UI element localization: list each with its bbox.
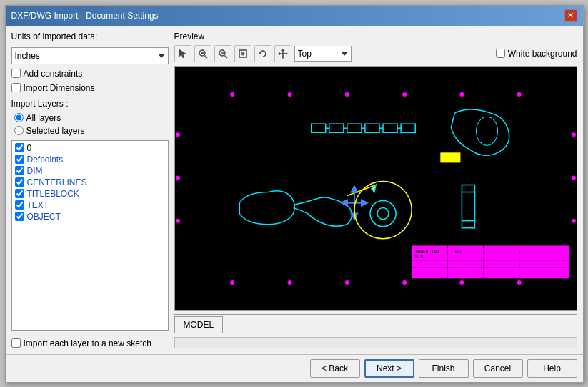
svg-line-6 [224,55,227,58]
svg-point-23 [402,92,407,97]
layer-object-name: OBJECT [27,212,61,222]
svg-rect-50 [440,152,460,162]
white-background-checkbox[interactable] [496,49,505,58]
layer-dim-checkbox[interactable] [15,166,24,175]
import-dimensions-checkbox[interactable] [11,83,21,92]
back-button[interactable]: < Back [310,359,360,378]
import-sketch-row: Import each layer to a new sketch [11,335,169,348]
layer-centerlines-name: CENTERLINES [27,177,87,187]
layer-object-checkbox[interactable] [15,212,24,221]
list-item: CENTERLINES [14,177,166,188]
model-tab[interactable]: MODEL [174,316,224,333]
help-button[interactable]: Help [527,359,577,378]
svg-point-21 [287,92,291,97]
next-button[interactable]: Next > [364,359,414,378]
rotate-button[interactable] [254,45,271,62]
layer-text-name: TEXT [27,200,49,210]
dialog-title: DXF/DWG Import - Document Settings [11,11,159,21]
svg-marker-0 [179,49,186,58]
preview-canvas: POWER JAW DIM REV [174,66,577,311]
right-panel: Preview [174,31,577,348]
svg-point-32 [176,132,180,137]
all-layers-label: All layers [26,113,61,123]
svg-line-2 [204,55,207,58]
svg-point-28 [344,280,349,284]
svg-point-35 [571,132,575,137]
svg-point-25 [517,92,521,97]
layer-0-checkbox[interactable] [15,143,24,152]
svg-text:DIM: DIM [415,253,423,258]
layer-text-checkbox[interactable] [15,200,24,210]
svg-point-33 [176,175,180,180]
svg-marker-12 [259,52,261,54]
list-item: TITLEBLOCK [14,188,166,200]
list-item: DIM [14,165,166,177]
import-sketch-label: Import each layer to a new sketch [24,338,151,348]
units-label: Units of imported data: [11,31,169,41]
layer-titleblock-checkbox[interactable] [15,189,24,198]
import-layers-label: Import Layers : [11,99,169,109]
model-tab-bar: MODEL [174,314,577,333]
import-dimensions-label: Import Dimensions [24,83,95,93]
add-constraints-row: Add constraints [11,69,169,79]
svg-point-26 [230,280,234,284]
svg-text:POWER JAW: POWER JAW [415,248,439,253]
layers-list: 0 Defpoints DIM CENTERLINES TITLEBLOCK [11,140,169,331]
svg-point-20 [230,92,234,97]
layer-dim-name: DIM [27,166,43,176]
units-select[interactable]: Inches Millimeters Centimeters Feet [11,47,169,64]
close-button[interactable]: ✕ [564,9,577,22]
main-dialog: DXF/DWG Import - Document Settings ✕ Uni… [5,5,584,383]
dialog-footer: < Back Next > Finish Cancel Help [6,354,583,382]
layer-defpoints-checkbox[interactable] [15,155,24,164]
svg-text:REV: REV [454,248,462,253]
left-panel: Units of imported data: Inches Millimete… [11,31,169,348]
layer-centerlines-checkbox[interactable] [15,177,24,187]
layer-titleblock-name: TITLEBLOCK [27,189,79,199]
selected-layers-row: Selected layers [14,126,169,136]
svg-point-34 [176,218,180,222]
svg-marker-15 [281,49,284,51]
svg-marker-17 [278,52,280,55]
cursor-tool-button[interactable] [174,45,191,62]
list-item: Defpoints [14,154,166,165]
import-dimensions-row: Import Dimensions [11,83,169,93]
radio-group: All layers Selected layers [11,113,169,136]
list-item: OBJECT [14,211,166,222]
svg-point-36 [571,175,575,180]
white-background-label: White background [508,49,577,59]
add-constraints-label: Add constraints [24,69,83,79]
list-item: TEXT [14,200,166,211]
svg-point-30 [459,280,464,284]
svg-point-22 [344,92,349,97]
all-layers-radio[interactable] [14,113,24,122]
cancel-button[interactable]: Cancel [473,359,523,378]
selected-layers-radio[interactable] [14,126,24,135]
selected-layers-label: Selected layers [26,126,85,136]
import-sketch-checkbox[interactable] [11,338,21,348]
zoom-out-button[interactable] [214,45,231,62]
svg-point-29 [402,280,407,284]
dialog-body: Units of imported data: Inches Millimete… [6,26,583,354]
all-layers-row: All layers [14,113,169,123]
svg-point-27 [287,280,291,284]
svg-marker-18 [286,52,288,55]
list-item: 0 [14,142,166,154]
add-constraints-checkbox[interactable] [11,69,21,78]
svg-point-37 [571,218,575,222]
svg-point-31 [517,280,521,284]
layer-defpoints-name: Defpoints [27,155,64,165]
preview-label: Preview [174,31,577,41]
preview-svg: POWER JAW DIM REV [175,67,577,310]
view-select[interactable]: Top Front Right Isometric [294,46,352,62]
preview-toolbar: Top Front Right Isometric White backgrou… [174,44,577,63]
zoom-fit-button[interactable] [234,45,251,62]
pan-button[interactable] [274,45,291,62]
layer-0-name: 0 [27,143,32,153]
finish-button[interactable]: Finish [419,359,469,378]
svg-marker-16 [281,57,284,59]
progress-bar-container [174,337,577,348]
svg-point-24 [459,92,464,97]
white-background-row: White background [496,49,577,59]
zoom-in-button[interactable] [194,45,211,62]
